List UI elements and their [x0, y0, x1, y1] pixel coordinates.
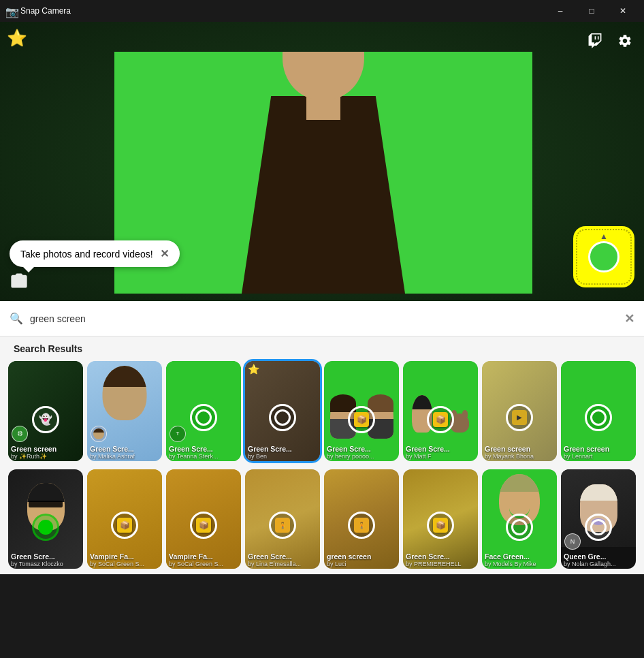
lens-icon-circle-12: 🧍 — [269, 512, 296, 539]
lens-icon-circle-4 — [269, 404, 296, 431]
search-input[interactable] — [30, 313, 617, 324]
lens-info-8: Green screen by Lennart — [561, 443, 636, 461]
lens-author-9: by Tomasz Kloczko — [11, 561, 80, 567]
person-head — [283, 52, 364, 99]
lens-card-10[interactable]: 📦 Vampire Fa... by SoCal Green S... — [87, 469, 162, 569]
maximize-button[interactable]: □ — [576, 0, 607, 22]
search-clear-button[interactable]: ✕ — [624, 311, 634, 326]
face-area-2 — [103, 366, 147, 420]
lens-card-14[interactable]: 📦 Green Scre... by PREMIEREHELL — [403, 469, 478, 569]
lens-card-4[interactable]: ⭐ Green Scre... by Ben — [245, 361, 320, 461]
person-icon-13: 🧍 — [357, 522, 366, 529]
close-button[interactable]: ✕ — [607, 0, 639, 22]
yellow-box-icon-10: 📦 — [117, 518, 132, 533]
person-composite — [221, 52, 425, 294]
inner-circle-15 — [511, 519, 528, 535]
lens-author-7: by Mayank Bhoria — [485, 453, 554, 460]
lens-card-5[interactable]: 📦 Green Scre... by henry poooo... — [324, 361, 399, 461]
twitch-button[interactable] — [583, 29, 607, 53]
title-bar-controls: – □ ✕ — [545, 0, 639, 22]
lens-card-3[interactable]: T Green Scre... by Teanna Sterk... — [166, 361, 241, 461]
settings-button[interactable] — [613, 29, 637, 53]
avatar-icon-16: N — [570, 538, 575, 545]
person-box-12: 🧍 — [275, 518, 290, 533]
camera-area: ⭐ Take photos and record videos! ✕ ▲ — [0, 22, 644, 301]
lens-card-13[interactable]: 🧍 green screen by Luci — [324, 469, 399, 569]
lens-name-13: green screen — [327, 552, 396, 561]
lens-author-3: by Teanna Sterk... — [169, 453, 238, 460]
lens-author-5: by henry poooo... — [327, 453, 396, 460]
lens-name-10: Vampire Fa... — [90, 552, 159, 561]
capture-button[interactable] — [10, 271, 29, 294]
lens-author-6: by Matt F — [406, 453, 475, 460]
lens-info-6: Green Scre... by Matt F — [403, 443, 478, 461]
lens-info-5: Green Scre... by henry poooo... — [324, 443, 399, 461]
lens-card-9[interactable]: Green Scre... by Tomasz Kloczko — [8, 469, 83, 569]
box-emoji-14: 📦 — [436, 520, 446, 530]
lens-info-16: Queen Gre... by Nolan Gallagh... — [561, 551, 636, 569]
lens-icon-circle-5: 📦 — [348, 406, 375, 433]
avatar-face-2 — [93, 428, 104, 439]
lens-card-6[interactable]: 📦 Green Scre... by Matt F — [403, 361, 478, 461]
camera-icon — [10, 271, 29, 290]
lens-icon-circle-7: ▶ — [506, 404, 533, 431]
green-dot-9 — [38, 520, 53, 535]
lens-author-2: by Malika Ashraf — [90, 453, 159, 460]
lens-info-4: Green Scre... by Ben — [245, 443, 320, 461]
lens-info-10: Vampire Fa... by SoCal Green S... — [87, 551, 162, 569]
app-icon: 📷 — [5, 5, 16, 16]
minimize-button[interactable]: – — [545, 0, 576, 22]
ghost-icon: 👻 — [39, 413, 52, 426]
inner-circle-8 — [590, 409, 607, 426]
yellow-box-7: ▶ — [512, 410, 527, 425]
avatar-3: T — [170, 426, 186, 442]
lens-star-badge-4: ⭐ — [248, 364, 259, 375]
lens-info-15: Face Green... by Models By Mike — [482, 551, 557, 569]
lens-card-12[interactable]: 🧍 Green Scre... by Lina Elmesalla... — [245, 469, 320, 569]
lens-card-2[interactable]: Green Scre... by Malika Ashraf — [87, 361, 162, 461]
person-body — [242, 96, 405, 294]
wface-hair-9 — [27, 483, 65, 502]
title-bar: 📷 Snap Camera – □ ✕ — [0, 0, 644, 22]
lens-card-11[interactable]: 📦 Vampire Fa... by SoCal Green S... — [166, 469, 241, 569]
title-bar-left: 📷 Snap Camera — [5, 5, 71, 16]
lens-card-1[interactable]: 👻 ⚙ Green screen by ✨Ruth✨ — [8, 361, 83, 461]
lens-info-11: Vampire Fa... by SoCal Green S... — [166, 551, 241, 569]
gear-icon — [617, 33, 632, 48]
lens-card-15[interactable]: Face Green... by Models By Mike — [482, 469, 557, 569]
lens-info-14: Green Scre... by PREMIEREHELL — [403, 551, 478, 569]
person-box-13: 🧍 — [354, 518, 369, 533]
lens-author-13: by Luci — [327, 561, 396, 567]
lens-grid-row2: Green Scre... by Tomasz Kloczko 📦 Vampir… — [0, 467, 644, 575]
favorite-button[interactable]: ⭐ — [7, 29, 27, 48]
avatar-1: ⚙ — [12, 426, 28, 442]
lens-name-12: Green Scre... — [248, 552, 317, 561]
hair-6 — [412, 395, 432, 409]
snapchat-logo: ▲ — [573, 226, 634, 287]
box-emoji-10: 📦 — [120, 520, 130, 530]
lens-card-16[interactable]: N Queen Gre... by Nolan Gallagh... — [561, 469, 636, 569]
lens-icon-circle-16 — [585, 514, 612, 541]
snap-arrow: ▲ — [600, 232, 608, 241]
lens-card-8[interactable]: Green screen by Lennart — [561, 361, 636, 461]
queen-hair-16 — [580, 484, 617, 501]
person-neck — [306, 96, 340, 120]
lens-icon-circle-6: 📦 — [427, 406, 454, 433]
tooltip-text: Take photos and record videos! — [20, 249, 153, 260]
lens-name-8: Green screen — [564, 445, 633, 453]
search-bar: 🔍 ✕ — [0, 301, 644, 336]
tooltip-close-button[interactable]: ✕ — [160, 247, 169, 260]
inner-circle-3 — [195, 409, 212, 426]
lens-name-4: Green Scre... — [248, 445, 317, 453]
yellow-box-icon-5: 📦 — [354, 412, 369, 427]
lens-icon-circle-10: 📦 — [111, 512, 138, 539]
search-panel: 🔍 ✕ Search Results 👻 ⚙ Green screen by ✨… — [0, 301, 644, 574]
lens-name-7: Green screen — [485, 445, 554, 453]
lens-icon-circle-15 — [506, 514, 533, 541]
lens-card-7[interactable]: ▶ Green screen by Mayank Bhoria — [482, 361, 557, 461]
lens-author-1: by ✨Ruth✨ — [11, 453, 80, 460]
snap-logo-outer: ▲ — [573, 226, 634, 287]
lens-name-6: Green Scre... — [406, 445, 475, 453]
inner-circle-4 — [274, 409, 291, 426]
lens-author-10: by SoCal Green S... — [90, 561, 159, 567]
